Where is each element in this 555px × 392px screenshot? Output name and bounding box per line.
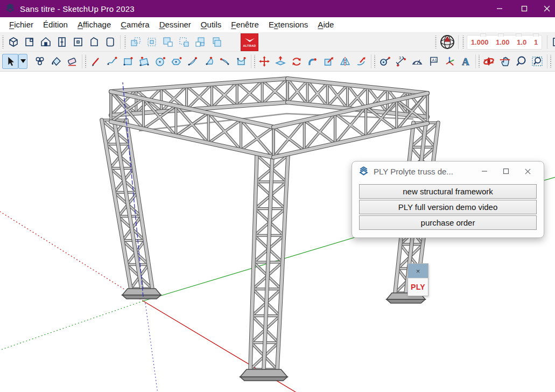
pan-icon[interactable] (497, 54, 513, 69)
protractor-icon[interactable] (409, 54, 425, 69)
menu-extensions[interactable]: Extensions (264, 17, 313, 32)
axes-icon[interactable] (441, 54, 458, 69)
select-dotted-corner-icon[interactable] (176, 34, 192, 50)
ply-mini-palette: × PLY (408, 263, 428, 296)
menu-outils[interactable]: Outils (196, 17, 226, 32)
toolbar-grip[interactable] (85, 55, 86, 68)
toolbar-top: ALTRAD 1.000 1.00 1.0 (0, 33, 555, 52)
toolbar-grip[interactable] (2, 36, 4, 48)
rotated-rectangle-icon[interactable] (136, 54, 152, 69)
select-arrow-icon[interactable] (2, 54, 18, 69)
offset-icon[interactable] (337, 54, 353, 69)
minimize-button[interactable] (487, 0, 512, 17)
toolbar-grip[interactable] (254, 55, 255, 68)
pie-icon[interactable] (201, 54, 217, 69)
menu-fichier[interactable]: Fichier (4, 17, 38, 32)
sketchup-window: Sans titre - SketchUp Pro 2023 Fichier É… (0, 0, 555, 392)
dropdown-caret-icon[interactable] (18, 54, 27, 69)
arc-icon[interactable] (185, 54, 201, 69)
scale-preset-10[interactable]: 1.0 (517, 38, 526, 46)
select-stack-icon[interactable] (192, 34, 208, 50)
push-pull-icon[interactable] (272, 54, 289, 69)
scale-preset-1000[interactable]: 1.000 (471, 38, 489, 46)
cabinet-icon[interactable] (70, 34, 86, 50)
dialog-close-button[interactable] (517, 164, 538, 178)
rotate-icon[interactable] (289, 54, 305, 69)
ply-mini-close-button[interactable]: × (408, 264, 428, 278)
ply-mini-label[interactable]: PLY (408, 278, 428, 296)
new-structural-framework-button[interactable]: new structural framework (359, 184, 537, 199)
menubar: Fichier Édition Affichage Caméra Dessine… (0, 17, 555, 33)
orbit-icon[interactable] (481, 54, 497, 69)
text-icon[interactable]: A1 (425, 54, 441, 69)
menu-edition[interactable]: Édition (38, 17, 73, 32)
select-union-icon[interactable] (208, 34, 224, 50)
maximize-button[interactable] (512, 0, 537, 17)
close-button[interactable] (543, 0, 555, 17)
eraser-icon[interactable] (64, 54, 80, 69)
sketchup-logo-icon (359, 165, 369, 178)
follow-me-icon[interactable] (305, 54, 321, 69)
select-corner-icon[interactable] (160, 34, 176, 50)
tape-measure-icon[interactable] (377, 54, 393, 69)
sketchup-logo-icon (5, 3, 15, 15)
menu-affichage[interactable]: Affichage (73, 17, 116, 32)
dialog-maximize-button[interactable] (495, 164, 517, 178)
ply-demo-video-button[interactable]: PLY full version demo video (359, 200, 537, 214)
scale-icon[interactable] (321, 54, 337, 69)
toolbar-grip[interactable] (124, 36, 127, 48)
dimension-icon[interactable]: 3 (393, 54, 409, 69)
scale-presets-panel: 1.000 1.00 1.0 1 (467, 35, 542, 50)
line-pencil-icon[interactable] (88, 54, 104, 69)
dialog-minimize-button[interactable] (474, 164, 495, 178)
wardrobe-icon[interactable] (54, 34, 70, 50)
scale-preset-1[interactable]: 1 (534, 38, 538, 46)
titlebar: Sans titre - SketchUp Pro 2023 (0, 0, 555, 17)
menu-fenetre[interactable]: Fenêtre (226, 17, 264, 32)
panel-icon[interactable] (22, 34, 38, 50)
svg-text:A: A (462, 56, 469, 67)
altrad-globe-icon[interactable] (438, 33, 456, 51)
ply-dialog-titlebar[interactable]: PLY Prolyte truss de... (352, 162, 544, 181)
window-title: Sans titre - SketchUp Pro 2023 (20, 4, 135, 13)
scale-preset-100[interactable]: 1.00 (496, 38, 509, 46)
toolbar-grip[interactable] (434, 36, 437, 48)
box-3d-icon[interactable] (5, 34, 22, 50)
clipped-tool-icon[interactable] (553, 54, 555, 69)
ply-dialog-title: PLY Prolyte truss de... (374, 167, 474, 176)
altrad-bird-icon (244, 38, 255, 43)
menu-aide[interactable]: Aide (313, 17, 339, 32)
rectangle-icon[interactable] (120, 54, 136, 69)
toolbar-grip[interactable] (374, 55, 375, 68)
circle-icon[interactable] (152, 54, 168, 69)
preset-tab (498, 33, 504, 37)
clipped-toolbar-icon[interactable] (549, 34, 555, 50)
freehand-icon[interactable] (104, 54, 120, 69)
paint-bucket-icon[interactable] (48, 54, 64, 69)
polygon-icon[interactable] (168, 54, 185, 69)
zoom-window-icon[interactable] (529, 54, 545, 69)
three-point-arc-icon[interactable] (233, 54, 249, 69)
toolbar-tools: 3 A1 A (0, 52, 555, 72)
altrad-button[interactable]: ALTRAD (241, 33, 258, 51)
two-point-arc-icon[interactable] (217, 54, 233, 69)
select-inner-icon[interactable] (144, 34, 160, 50)
menu-camera[interactable]: Caméra (116, 17, 154, 32)
rounded-frame-icon[interactable] (102, 34, 118, 50)
move-icon[interactable] (256, 54, 272, 69)
shed-icon[interactable] (86, 34, 102, 50)
menu-dessiner[interactable]: Dessiner (154, 17, 196, 32)
make-component-icon[interactable] (32, 54, 48, 69)
rotate-copy-icon[interactable] (353, 54, 369, 69)
house-icon[interactable] (38, 34, 54, 50)
zoom-icon[interactable] (513, 54, 529, 69)
toolbar-grip[interactable] (550, 55, 551, 68)
svg-text:A1: A1 (432, 58, 437, 62)
purchase-order-button[interactable]: purchase order (359, 215, 537, 230)
altrad-label: ALTRAD (243, 44, 256, 47)
model-viewport[interactable]: PLY Prolyte truss de... new structural f… (0, 72, 555, 392)
toolbar-grip[interactable] (462, 36, 465, 48)
toolbar-grip[interactable] (479, 55, 480, 68)
select-overlap-icon[interactable] (128, 34, 144, 50)
3d-text-icon[interactable]: A (458, 54, 474, 69)
